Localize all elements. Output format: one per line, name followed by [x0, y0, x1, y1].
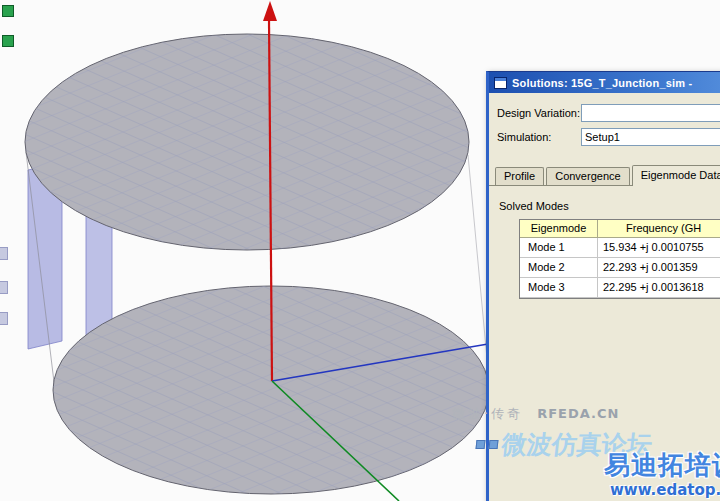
design-variation-input[interactable]	[581, 104, 720, 122]
simulation-label: Simulation:	[497, 131, 581, 143]
tabstrip: Profile Convergence Eigenmode Data	[495, 165, 720, 186]
edge-marker	[0, 312, 8, 325]
edge-marker	[0, 281, 8, 294]
window-icon	[494, 77, 507, 89]
simulation-input[interactable]	[581, 128, 720, 146]
table-header-row: Eigenmode Frequency (GH	[520, 220, 720, 238]
cell-frequency[interactable]: 22.295 +j 0.0013618	[598, 278, 720, 298]
edge-marker	[0, 247, 8, 260]
table-row[interactable]: Mode 1 15.934 +j 0.0010755	[520, 238, 720, 258]
tab-eigenmode-data[interactable]: Eigenmode Data	[632, 165, 720, 186]
solved-modes-table: Eigenmode Frequency (GH Mode 1 15.934 +j…	[519, 219, 720, 299]
table-row[interactable]: Mode 3 22.295 +j 0.0013618	[520, 278, 720, 298]
window-titlebar[interactable]: Solutions: 15G_T_Junction_sim -	[489, 72, 720, 93]
window-title: Solutions: 15G_T_Junction_sim -	[512, 77, 692, 89]
dialog-body: Design Variation: Simulation: Profile Co…	[489, 93, 720, 501]
cell-eigenmode[interactable]: Mode 1	[520, 238, 598, 258]
tab-profile[interactable]: Profile	[495, 167, 544, 185]
model-tree-icon[interactable]	[2, 35, 14, 47]
column-header-frequency: Frequency (GH	[598, 220, 720, 238]
tab-convergence[interactable]: Convergence	[546, 167, 629, 185]
model-tree-icon[interactable]	[2, 5, 14, 17]
table-row[interactable]: Mode 2 22.293 +j 0.001359	[520, 258, 720, 278]
cell-frequency[interactable]: 15.934 +j 0.0010755	[598, 238, 720, 258]
column-header-eigenmode: Eigenmode	[520, 220, 598, 238]
design-variation-label: Design Variation:	[497, 107, 581, 119]
cell-eigenmode[interactable]: Mode 3	[520, 278, 598, 298]
solutions-window: Solutions: 15G_T_Junction_sim - Design V…	[486, 71, 720, 501]
cell-frequency[interactable]: 22.293 +j 0.001359	[598, 258, 720, 278]
cell-eigenmode[interactable]: Mode 2	[520, 258, 598, 278]
solved-modes-label: Solved Modes	[499, 200, 569, 212]
cylinder-top-face[interactable]	[25, 34, 469, 250]
